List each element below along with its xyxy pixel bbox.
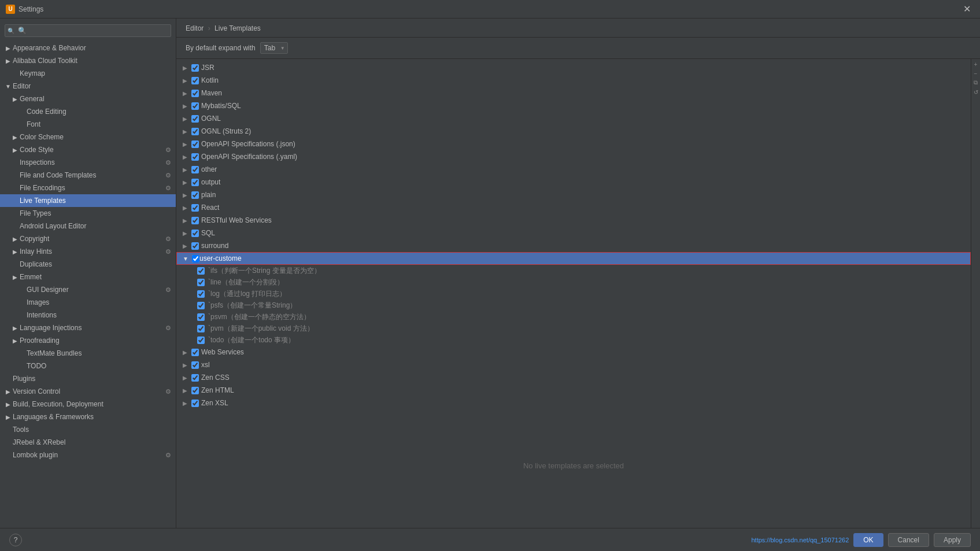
sidebar-item-emmet[interactable]: ▶ Emmet [0,271,176,283]
template-group-mybatis[interactable]: ▶ Mybatis/SQL [176,99,971,112]
sidebar-item-file-encodings[interactable]: File Encodings ⚙ [0,182,176,194]
sidebar-item-editor[interactable]: ▼ Editor [0,80,176,93]
template-group-surround[interactable]: ▶ surround [176,239,971,252]
group-checkbox-surround[interactable] [191,242,199,250]
item-checkbox-todo[interactable] [197,336,205,344]
group-checkbox-sql[interactable] [191,230,199,237]
template-group-zen-html[interactable]: ▶ Zen HTML [176,384,971,397]
sidebar-item-code-editing[interactable]: Code Editing [0,105,176,118]
add-template-button[interactable]: + [972,60,980,68]
template-item-ifs[interactable]: `ifs（判断一个String 变量是否为空） [176,265,971,276]
group-checkbox-maven[interactable] [191,90,199,97]
group-checkbox-restful[interactable] [191,217,199,224]
sidebar-item-font[interactable]: Font [0,118,176,131]
template-group-other[interactable]: ▶ other [176,163,971,176]
template-group-zen-css[interactable]: ▶ Zen CSS [176,371,971,384]
template-group-ognl-struts2[interactable]: ▶ OGNL (Struts 2) [176,125,971,138]
template-group-ognl[interactable]: ▶ OGNL [176,112,971,125]
group-checkbox-openapi-json[interactable] [191,140,199,148]
sidebar-item-build-execution[interactable]: ▶ Build, Execution, Deployment [0,398,176,411]
apply-button[interactable]: Apply [934,533,971,547]
expand-select[interactable]: Tab [260,42,288,54]
sidebar-item-lombok[interactable]: Lombok plugin ⚙ [0,449,176,461]
sidebar-item-appearance[interactable]: ▶ Appearance & Behavior [0,42,176,54]
sidebar-item-keymap[interactable]: Keymap [0,67,176,80]
sidebar-item-live-templates[interactable]: Live Templates [0,194,176,207]
template-group-restful[interactable]: ▶ RESTful Web Services [176,214,971,227]
ok-button[interactable]: OK [853,533,883,547]
cancel-button[interactable]: Cancel [888,533,929,547]
group-checkbox-xsl[interactable] [191,361,199,369]
sidebar-item-images[interactable]: Images [0,296,176,309]
group-checkbox-ognl[interactable] [191,115,199,123]
group-checkbox-zen-css[interactable] [191,374,199,382]
group-checkbox-kotlin[interactable] [191,77,199,84]
template-group-web-services[interactable]: ▶ Web Services [176,346,971,358]
template-group-openapi-json[interactable]: ▶ OpenAPI Specifications (.json) [176,138,971,150]
search-input[interactable] [5,24,171,37]
template-group-openapi-yaml[interactable]: ▶ OpenAPI Specifications (.yaml) [176,150,971,163]
template-item-line[interactable]: `line（创建一个分割段） [176,276,971,288]
sidebar-item-android-layout[interactable]: Android Layout Editor [0,220,176,232]
group-checkbox-openapi-yaml[interactable] [191,153,199,161]
template-group-react[interactable]: ▶ React [176,201,971,214]
item-checkbox-psvm[interactable] [197,313,205,321]
sidebar-item-gui-designer[interactable]: GUI Designer ⚙ [0,283,176,296]
item-checkbox-log[interactable] [197,290,205,298]
sidebar-item-plugins[interactable]: Plugins [0,372,176,385]
group-checkbox-plain[interactable] [191,191,199,199]
help-button[interactable]: ? [9,534,22,546]
sidebar-item-code-style[interactable]: ▶ Code Style ⚙ [0,143,176,156]
sidebar-item-tools[interactable]: Tools [0,423,176,436]
sidebar-item-color-scheme[interactable]: ▶ Color Scheme [0,131,176,143]
sidebar-item-languages-frameworks[interactable]: ▶ Languages & Frameworks [0,411,176,423]
group-checkbox-mybatis[interactable] [191,102,199,110]
sidebar-item-textmate-bundles[interactable]: TextMate Bundles [0,347,176,360]
sidebar-item-general[interactable]: ▶ General [0,93,176,105]
sidebar-item-inlay-hints[interactable]: ▶ Inlay Hints ⚙ [0,245,176,258]
group-checkbox-zen-html[interactable] [191,387,199,394]
group-checkbox-ognl-struts2[interactable] [191,128,199,135]
sidebar-item-copyright[interactable]: ▶ Copyright ⚙ [0,232,176,245]
reset-template-button[interactable]: ↺ [972,88,980,96]
item-checkbox-pvm[interactable] [197,325,205,332]
sidebar-item-duplicates[interactable]: Duplicates [0,258,176,271]
sidebar-item-alibaba[interactable]: ▶ Alibaba Cloud Toolkit [0,54,176,67]
template-item-pvm[interactable]: `pvm（新建一个public void 方法） [176,323,971,334]
sidebar-item-inspections[interactable]: Inspections ⚙ [0,156,176,169]
sidebar-item-intentions[interactable]: Intentions [0,309,176,321]
template-item-todo[interactable]: `todo（创建一个todo 事项） [176,334,971,346]
template-group-maven[interactable]: ▶ Maven [176,87,971,99]
url-link[interactable]: https://blog.csdn.net/qq_15071262 [751,537,849,543]
sidebar-item-jrebel[interactable]: JRebel & XRebel [0,436,176,449]
group-checkbox-web-services[interactable] [191,349,199,356]
template-group-sql[interactable]: ▶ SQL [176,227,971,239]
search-box[interactable] [5,24,171,37]
item-checkbox-psfs[interactable] [197,302,205,309]
item-checkbox-ifs[interactable] [197,267,205,275]
copy-template-button[interactable]: ⧉ [972,79,980,87]
sidebar-item-file-types[interactable]: File Types [0,207,176,220]
template-item-psvm[interactable]: `psvm（创建一个静态的空方法） [176,311,971,323]
template-group-zen-xsl[interactable]: ▶ Zen XSL [176,397,971,409]
group-checkbox-user-custome[interactable] [192,255,199,262]
template-group-jsr[interactable]: ▶ JSR [176,61,971,74]
sidebar-item-version-control[interactable]: ▶ Version Control ⚙ [0,385,176,398]
group-checkbox-output[interactable] [191,179,199,186]
sidebar-item-proofreading[interactable]: ▶ Proofreading [0,334,176,347]
sidebar-item-todo[interactable]: TODO [0,360,176,372]
sidebar-item-language-injections[interactable]: ▶ Language Injections ⚙ [0,321,176,334]
template-item-psfs[interactable]: `psfs（创建一个常量String） [176,299,971,311]
remove-template-button[interactable]: − [972,69,980,77]
close-button[interactable]: ✕ [960,2,974,16]
sidebar-item-file-code-templates[interactable]: File and Code Templates ⚙ [0,169,176,182]
template-group-plain[interactable]: ▶ plain [176,188,971,201]
group-checkbox-zen-xsl[interactable] [191,400,199,407]
item-checkbox-line[interactable] [197,279,205,286]
template-group-output[interactable]: ▶ output [176,176,971,188]
group-checkbox-react[interactable] [191,204,199,212]
group-checkbox-jsr[interactable] [191,64,199,72]
template-item-log[interactable]: `log（通过log 打印日志） [176,288,971,299]
group-checkbox-other[interactable] [191,166,199,173]
template-group-user-custome[interactable]: ▼ user-custome [176,252,971,265]
